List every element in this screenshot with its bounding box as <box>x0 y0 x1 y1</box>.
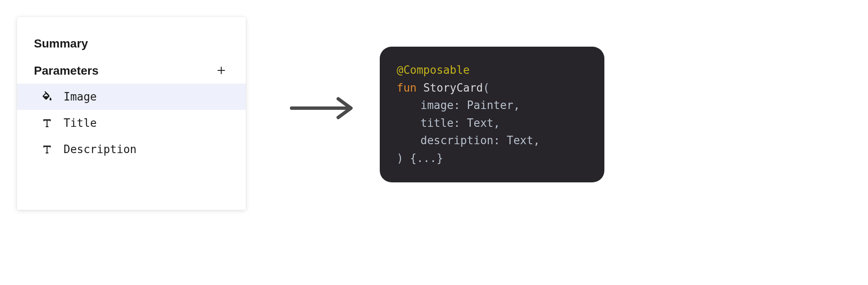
keyword-token: fun <box>397 81 417 94</box>
text-icon <box>41 117 53 129</box>
arrow-right-icon <box>288 95 356 123</box>
param-type: Text <box>507 134 534 147</box>
open-paren: ( <box>483 81 490 94</box>
parameter-label: Description <box>64 143 136 156</box>
code-line: title: Text, <box>397 115 587 132</box>
plus-icon <box>216 65 227 77</box>
param-type: Painter <box>467 99 514 112</box>
summary-section-title: Summary <box>17 32 246 58</box>
parameters-section-title: Parameters <box>34 64 99 78</box>
code-line: fun StoryCard( <box>397 79 587 97</box>
code-line: description: Text, <box>397 132 587 150</box>
fill-icon <box>41 90 53 103</box>
parameter-row-title[interactable]: Title <box>17 110 246 136</box>
parameter-row-image[interactable]: Image <box>17 84 246 110</box>
add-parameter-button[interactable] <box>214 63 229 78</box>
close-line: ) {...} <box>397 152 443 165</box>
code-snippet: @Composable fun StoryCard( image: Painte… <box>380 47 604 182</box>
param-type: Text <box>467 117 494 129</box>
code-line: ) {...} <box>397 150 587 168</box>
parameter-label: Image <box>64 90 97 103</box>
function-name-token: StoryCard <box>423 81 483 94</box>
code-line: @Composable <box>397 61 587 79</box>
param-name: title <box>420 117 453 129</box>
parameter-row-description[interactable]: Description <box>17 136 246 162</box>
parameters-section-header: Parameters <box>17 58 246 84</box>
code-line: image: Painter, <box>397 97 587 115</box>
properties-panel: Summary Parameters Image Title <box>17 17 246 210</box>
text-icon <box>41 143 53 156</box>
param-name: image <box>420 99 453 112</box>
parameter-label: Title <box>64 117 97 129</box>
param-name: description <box>420 134 493 147</box>
annotation-token: @Composable <box>397 64 470 76</box>
